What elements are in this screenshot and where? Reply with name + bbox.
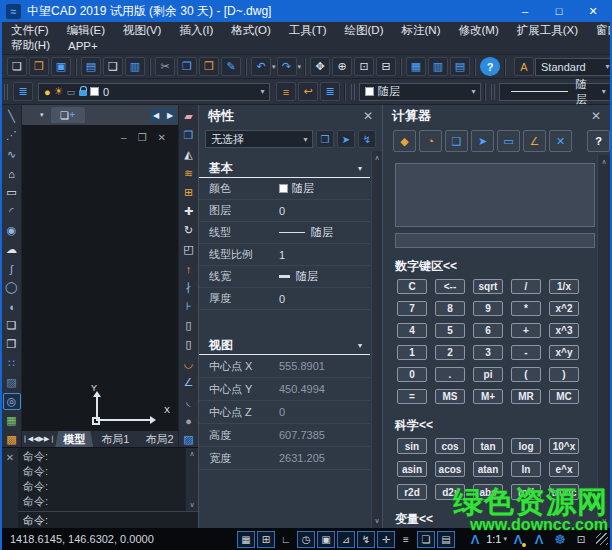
distance-icon[interactable]: ▭: [497, 130, 520, 152]
variables-header[interactable]: 变量<<: [395, 511, 597, 528]
circle-icon[interactable]: ◉: [3, 222, 21, 239]
calc-key[interactable]: *: [511, 301, 541, 316]
linetype-combo[interactable]: 随层 ▾: [499, 83, 610, 101]
scale-icon[interactable]: ◰: [180, 241, 198, 258]
calc-key[interactable]: .: [435, 367, 465, 382]
command-input[interactable]: 命令:: [18, 511, 198, 528]
calc-key[interactable]: x^y: [549, 345, 579, 360]
calc-key[interactable]: M+: [473, 389, 503, 404]
calc-key[interactable]: ln: [511, 461, 541, 477]
cut-icon[interactable]: ✂: [155, 57, 175, 76]
angle-icon[interactable]: ∠: [523, 130, 546, 152]
scroll-down-icon[interactable]: ∨: [601, 517, 606, 525]
annotation-visibility-icon[interactable]: Λ: [466, 531, 484, 548]
scroll-up-icon[interactable]: ∧: [601, 158, 606, 166]
redo-dropdown-icon[interactable]: ▾: [298, 57, 302, 76]
fillet-icon[interactable]: ◟: [180, 393, 198, 410]
line-icon[interactable]: ╲: [3, 108, 21, 125]
property-row[interactable]: 颜色 随层: [199, 178, 370, 200]
tab-layout2[interactable]: 布局2: [137, 431, 178, 447]
menu-help[interactable]: 帮助(H): [2, 38, 59, 53]
pan-icon[interactable]: ✥: [310, 57, 330, 76]
clear-icon[interactable]: ◆: [393, 130, 416, 152]
stretch-icon[interactable]: ↑: [180, 260, 198, 277]
tab-scroll-right-icon[interactable]: ▶: [164, 108, 176, 123]
doc-close-icon[interactable]: ✕: [158, 132, 166, 143]
resize-grip[interactable]: [596, 533, 608, 545]
designcenter-icon[interactable]: ▥: [428, 57, 448, 76]
text-style-icon[interactable]: A: [514, 57, 534, 76]
menu-modify[interactable]: 修改(M): [449, 23, 507, 38]
drawing-canvas[interactable]: – ❐ ✕ Y X: [22, 125, 178, 431]
calc-key[interactable]: 2: [435, 345, 465, 360]
zoom-window-icon[interactable]: ⊡: [354, 57, 374, 76]
history-icon[interactable]: ◔: [419, 130, 442, 152]
calc-key[interactable]: trunc: [549, 484, 579, 500]
osnap-toggle-icon[interactable]: ▣: [317, 531, 335, 548]
publish-icon[interactable]: ▥: [125, 57, 145, 76]
calc-key[interactable]: (: [511, 367, 541, 382]
ellipse-arc-icon[interactable]: ◖: [3, 298, 21, 315]
snap-toggle-icon[interactable]: ▦: [237, 531, 255, 548]
calc-key[interactable]: -: [511, 345, 541, 360]
get-coordinates-icon[interactable]: ➤: [471, 130, 494, 152]
menu-view[interactable]: 视图(V): [114, 23, 170, 38]
menu-dimension[interactable]: 标注(N): [393, 23, 450, 38]
break-icon[interactable]: ▯: [180, 336, 198, 353]
join-icon[interactable]: ◡: [180, 355, 198, 372]
explode-icon[interactable]: ●: [180, 412, 198, 429]
layer-unlock-icon[interactable]: [79, 90, 87, 96]
print-preview-icon[interactable]: ❑: [103, 57, 123, 76]
calc-key[interactable]: /: [511, 279, 541, 294]
last-tab-icon[interactable]: ▶❘: [44, 431, 55, 447]
calc-key[interactable]: 1: [397, 345, 427, 360]
color-combo[interactable]: 随层 ▾: [359, 83, 481, 101]
calc-key[interactable]: =: [397, 389, 427, 404]
zoom-realtime-icon[interactable]: ⊕: [332, 57, 352, 76]
polyline-icon[interactable]: ∿: [3, 146, 21, 163]
layer-combo[interactable]: ● ☀ ▭ 0 ▾: [38, 83, 270, 101]
point-icon[interactable]: ∷: [3, 355, 21, 372]
minimize-icon[interactable]: –: [508, 0, 542, 22]
trim-icon[interactable]: ∤: [180, 279, 198, 296]
mirror-icon[interactable]: ◭: [180, 146, 198, 163]
calc-key[interactable]: e^x: [549, 461, 579, 477]
layer-isolate-icon[interactable]: ≣: [320, 82, 340, 101]
save-icon[interactable]: ▣: [51, 57, 71, 76]
arc-icon[interactable]: ◜: [3, 203, 21, 220]
ellipse-icon[interactable]: ◯: [3, 279, 21, 296]
insert-block-icon[interactable]: ❏: [3, 317, 21, 334]
property-row[interactable]: 线型 随层: [199, 222, 370, 244]
calc-key[interactable]: sqrt: [473, 279, 503, 294]
command-close-icon[interactable]: ✕: [6, 452, 14, 528]
chevron-down-icon[interactable]: ▾: [467, 87, 480, 96]
rotate-icon[interactable]: ↻: [180, 222, 198, 239]
calc-key[interactable]: C: [397, 279, 427, 294]
tab-model[interactable]: 模型: [55, 431, 93, 447]
file-tabs-menu-icon[interactable]: ▾: [40, 111, 44, 119]
grid-toggle-icon[interactable]: ⊞: [257, 531, 275, 548]
layer-plot-icon[interactable]: ▭: [67, 87, 76, 97]
section-view[interactable]: 视图 ▾: [199, 336, 370, 355]
calculator-scrollbar[interactable]: ∧ ∨: [597, 155, 610, 528]
calc-key[interactable]: ): [549, 367, 579, 382]
paste-to-command-icon[interactable]: ❑: [445, 130, 468, 152]
calc-key[interactable]: 9: [473, 301, 503, 316]
annotation-scale-control[interactable]: 1:1 ▾: [486, 533, 507, 545]
fullscreen-icon[interactable]: ⊡: [572, 531, 590, 548]
print-icon[interactable]: ▤: [81, 57, 101, 76]
lineweight-add-toggle-icon[interactable]: ✛: [377, 531, 395, 548]
first-tab-icon[interactable]: ❘◀: [22, 431, 33, 447]
property-row[interactable]: 中心点 Z 0: [199, 401, 370, 424]
calc-key[interactable]: asin: [397, 461, 427, 477]
ortho-toggle-icon[interactable]: ∟: [277, 531, 295, 548]
toggle-pickadd-icon[interactable]: ❐: [316, 130, 334, 148]
property-row[interactable]: 线型比例 1: [199, 244, 370, 266]
move-icon[interactable]: ✚: [180, 203, 198, 220]
donut-icon[interactable]: ◎: [3, 393, 21, 410]
undo-icon[interactable]: ↶: [251, 57, 271, 76]
menu-tools[interactable]: 工具(T): [280, 23, 336, 38]
erase-icon[interactable]: ▰: [180, 108, 198, 125]
selection-combo[interactable]: 无选择 ▾: [205, 130, 313, 148]
quick-select-icon[interactable]: ↯: [358, 130, 376, 148]
